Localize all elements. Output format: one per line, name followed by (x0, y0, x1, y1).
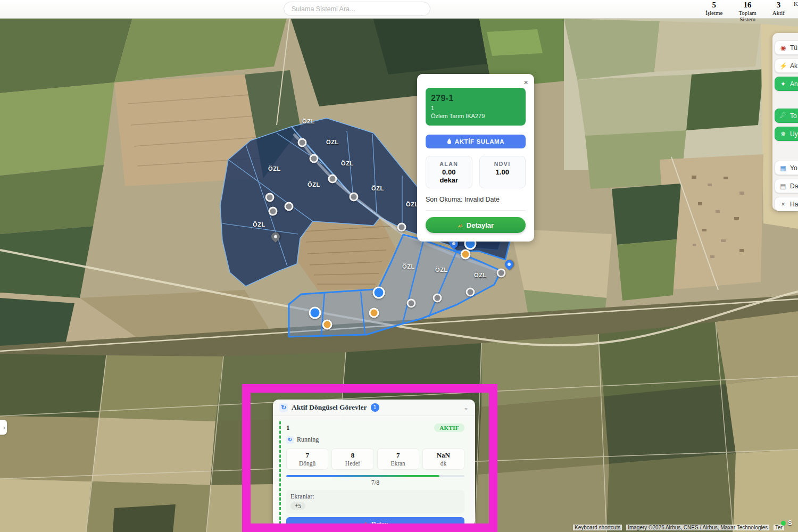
sidebar-button-label: Da (790, 182, 798, 190)
task-card: 1 AKTIF ↻ Running 7 Döngü 8 Hedef 7 Ekra… (279, 420, 470, 532)
map-marker[interactable] (466, 288, 475, 297)
screens-label: Ekranlar: (290, 493, 460, 501)
sidebar-button-label: An (790, 80, 798, 88)
divider (426, 210, 526, 211)
progress-label: 7/8 (286, 479, 464, 487)
popup-stat-box: ALAN 0.00 dekar (426, 156, 472, 188)
popup-subtitle-1: 1 (431, 105, 520, 111)
progress-bar (286, 475, 464, 477)
progress-fill (286, 475, 439, 477)
stat-label: Aktif (772, 10, 785, 16)
status-dot-icon (781, 521, 786, 526)
popup-subtitle-2: Özlem Tarım İKA279 (431, 113, 520, 119)
task-panel-title: Aktif Döngüsel Görevler (292, 403, 367, 412)
field-label: ÖZL (268, 165, 281, 172)
task-count-badge: 1 (371, 403, 379, 412)
detail-button[interactable]: Detay (286, 517, 464, 531)
sidebar-buttons: ◉ Tü ⚡ Ak ✦ An ☄ To ✵ Uy ▦ Yo ▤ Da × Har… (775, 40, 798, 211)
map-marker[interactable] (269, 207, 278, 216)
popup-title: 279-1 (431, 94, 520, 103)
map-marker[interactable] (407, 299, 416, 308)
task-stat-label: Ekran (378, 460, 419, 467)
map-marker[interactable] (328, 174, 337, 184)
task-stat-label: dk (423, 460, 464, 467)
map-marker[interactable] (369, 308, 379, 318)
stat-label: Toplam Sistem (732, 10, 763, 22)
detail-button-label: Detay (371, 520, 388, 528)
stat-label: İşletme (705, 10, 722, 16)
map-marker[interactable] (322, 320, 332, 330)
sidebar-button-icon: ▤ (779, 182, 787, 190)
task-stat-label: Hedef (332, 460, 373, 467)
map-marker[interactable] (433, 294, 442, 303)
imagery-credit: Imagery ©2025 Airbus, CNES / Airbus, Max… (626, 525, 769, 530)
sidebar-button[interactable]: ◉ Tü (775, 40, 798, 55)
map-marker[interactable] (298, 138, 307, 147)
task-stats: 7 Döngü 8 Hedef 7 Ekran NaN dk (286, 448, 464, 470)
details-button-label: Detaylar (467, 221, 494, 229)
map-marker[interactable] (350, 193, 359, 202)
sidebar-button[interactable]: ☄ To (775, 109, 798, 123)
task-state-label: Running (297, 436, 319, 444)
sidebar-button-label: Uy (790, 130, 798, 138)
map-marker[interactable] (397, 223, 406, 232)
left-collapse-tab[interactable]: › (0, 420, 7, 435)
map-marker[interactable] (461, 250, 471, 260)
sidebar-button-icon: ✦ (779, 80, 787, 88)
sidebar-button-label: Ak (790, 62, 797, 70)
chevron-down-icon[interactable]: ⌄ (463, 404, 469, 412)
screens-block: Ekranlar: +5 (286, 490, 464, 513)
sidebar-button[interactable]: ⚡ Ak (775, 59, 798, 73)
search-input[interactable] (284, 2, 430, 16)
sidebar-button-icon: × (779, 201, 787, 208)
popup-stats: ALAN 0.00 dekar NDVI 1.00 (426, 156, 526, 188)
keyboard-shortcuts-link[interactable]: Keyboard shortcuts (573, 525, 622, 530)
task-panel: ↻ Aktif Döngüsel Görevler 1 ⌄ 1 AKTIF ↻ … (273, 400, 475, 526)
map-marker[interactable] (310, 154, 319, 163)
popup-stat-unit: dekar (427, 176, 471, 184)
map-marker[interactable] (285, 202, 294, 211)
active-irrigation-button[interactable]: AKTİF SULAMA (426, 135, 526, 148)
stat-item: K (794, 1, 798, 22)
sidebar-button-label: Yo (790, 164, 797, 172)
popup-stat-value: 0.00 (427, 168, 471, 176)
task-stat-value: 7 (378, 451, 419, 460)
task-panel-header[interactable]: ↻ Aktif Döngüsel Görevler 1 ⌄ (273, 400, 475, 416)
field-label: ÖZL (307, 181, 320, 188)
sidebar-button[interactable]: × Hari (775, 197, 798, 211)
popup-stat-label: NDVI (481, 161, 525, 167)
sidebar-button-icon: ◉ (779, 44, 787, 52)
sidebar-button[interactable]: ✵ Uy (775, 127, 798, 141)
sidebar-button[interactable]: ✦ An (775, 77, 798, 91)
sidebar-button[interactable]: ▦ Yo (775, 161, 798, 175)
map-marker[interactable] (497, 269, 506, 278)
chevron-right-icon: › (3, 423, 5, 431)
details-button[interactable]: Detaylar (426, 217, 526, 233)
task-status-badge: AKTIF (434, 423, 464, 432)
field-popup: × 279-1 1 Özlem Tarım İKA279 AKTİF SULAM… (417, 74, 534, 242)
screens-more-badge[interactable]: +5 (290, 502, 305, 510)
close-icon[interactable]: × (523, 78, 528, 87)
task-stat-value: NaN (423, 451, 464, 460)
sidebar-button-label: To (790, 112, 797, 120)
map-attribution: Keyboard shortcuts Imagery ©2025 Airbus,… (573, 525, 784, 530)
stat-value: 5 (705, 1, 722, 10)
sidebar-button-icon: ☄ (779, 112, 787, 120)
sprout-icon (458, 222, 463, 228)
field-label: ÖZL (253, 221, 265, 228)
stat-item: 5 İşletme (705, 1, 722, 22)
field-label: ÖZL (402, 263, 415, 270)
droplet-icon (447, 138, 452, 145)
sidebar-button[interactable]: ▤ Da (775, 179, 798, 193)
popup-stat-value: 1.00 (481, 168, 525, 176)
field-label: ÖZL (371, 185, 384, 192)
stat-label: K (794, 1, 798, 7)
sidebar-button-icon: ✵ (779, 130, 787, 138)
task-stat-box: 7 Döngü (286, 448, 328, 470)
task-id: 1 (286, 423, 290, 432)
map-marker[interactable] (373, 287, 385, 299)
map-marker[interactable] (265, 193, 275, 202)
sidebar-button-icon: ▦ (779, 164, 787, 172)
map-marker[interactable] (309, 307, 321, 319)
task-stat-value: 8 (332, 451, 373, 460)
